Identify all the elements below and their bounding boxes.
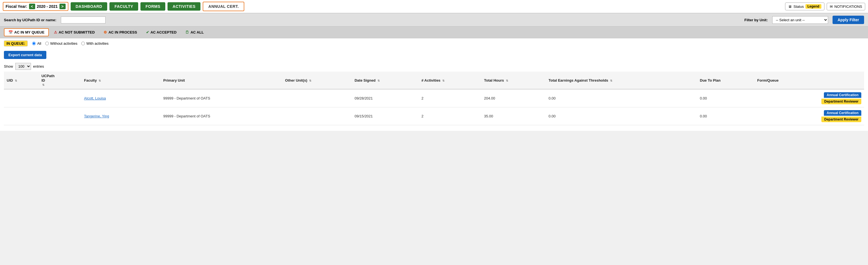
cell-total-earnings-1: 0.00 xyxy=(546,107,697,125)
table-row: Alcott, Louisa 99999 - Department of OAT… xyxy=(4,89,864,107)
cell-total-hours-1: 35.00 xyxy=(481,107,546,125)
cell-primary-unit-0: 99999 - Department of OATS xyxy=(160,89,282,107)
tab-ac-all-label: AC ALL xyxy=(190,30,204,34)
notifications-button[interactable]: ✉ NOTIFICATIONS xyxy=(827,3,865,10)
fiscal-year-range: 2020 - 2021 xyxy=(37,4,58,9)
warning-icon: ⚠ xyxy=(54,30,57,34)
radio-group: All Without activities With activities xyxy=(32,42,108,46)
filter-bar: Search by UCPath ID or name: Filter by U… xyxy=(0,14,868,27)
cell-faculty-1[interactable]: Tangerine, Ying xyxy=(81,107,160,125)
col-form-queue: Form/Queue xyxy=(754,72,864,89)
cell-date-signed-0: 09/28/2021 xyxy=(352,89,418,107)
queue-filter-row: IN QUEUE: All Without activities With ac… xyxy=(0,38,868,49)
nav-faculty[interactable]: FACULTY xyxy=(110,2,138,10)
filter-unit-label: Filter by Unit: xyxy=(744,18,768,22)
tab-ac-in-my-queue-label: AC IN MY QUEUE xyxy=(14,30,44,34)
tab-ac-in-process[interactable]: ⚙ AC IN PROCESS xyxy=(100,29,141,36)
table-body: Alcott, Louisa 99999 - Department of OAT… xyxy=(4,89,864,125)
table-row: Tangerine, Ying 99999 - Department of OA… xyxy=(4,107,864,125)
cell-faculty-0[interactable]: Alcott, Louisa xyxy=(81,89,160,107)
cell-num-activities-1: 2 xyxy=(418,107,481,125)
export-button[interactable]: Export current data xyxy=(4,51,46,59)
radio-without-label: Without activities xyxy=(50,42,78,46)
col-due-to-plan: Due To Plan xyxy=(697,72,754,89)
tab-ac-accepted[interactable]: ✔ AC ACCEPTED xyxy=(142,29,180,36)
search-input[interactable] xyxy=(61,17,105,24)
cell-primary-unit-1: 99999 - Department of OATS xyxy=(160,107,282,125)
cell-num-activities-0: 2 xyxy=(418,89,481,107)
entries-select[interactable]: 10 25 50 100 xyxy=(16,63,31,70)
tab-ac-accepted-label: AC ACCEPTED xyxy=(151,30,177,34)
settings-icon: ⚙ xyxy=(103,30,107,34)
sort-icon-uid[interactable]: ⇅ xyxy=(15,79,17,82)
nav-activities[interactable]: ACTIVITIES xyxy=(167,2,200,10)
check-icon: ✔ xyxy=(146,30,149,34)
cell-date-signed-1: 09/15/2021 xyxy=(352,107,418,125)
nav-dashboard[interactable]: DASHBOARD xyxy=(71,2,107,10)
cell-due-to-plan-1: 0.00 xyxy=(697,107,754,125)
cell-uid-0 xyxy=(4,89,38,107)
tab-ac-not-submitted-label: AC NOT SUBMITTED xyxy=(59,30,95,34)
status-label: Status xyxy=(794,4,804,9)
form-top-label-1[interactable]: Annual Certification xyxy=(824,110,861,116)
radio-with[interactable]: With activities xyxy=(81,42,108,46)
fiscal-year-box: Fiscal Year: < 2020 - 2021 > xyxy=(3,2,68,11)
notifications-label: NOTIFICATIONS xyxy=(835,4,862,9)
radio-all-input[interactable] xyxy=(32,42,36,45)
radio-without-input[interactable] xyxy=(45,42,49,45)
tab-ac-not-submitted[interactable]: ⚠ AC NOT SUBMITTED xyxy=(50,29,98,36)
radio-all[interactable]: All xyxy=(32,42,41,46)
nav-annual-cert[interactable]: ANNUAL CERT. xyxy=(203,2,244,11)
cell-total-hours-0: 204.00 xyxy=(481,89,546,107)
sort-icon-other[interactable]: ⇅ xyxy=(309,79,311,82)
export-row: Export current data xyxy=(0,49,868,61)
nav-forms[interactable]: FORMS xyxy=(141,2,165,10)
col-total-earnings: Total Earnings Against Thresholds ⇅ xyxy=(546,72,697,89)
legend-badge: Legend xyxy=(805,4,822,9)
radio-with-label: With activities xyxy=(86,42,108,46)
col-num-activities: # Activities ⇅ xyxy=(418,72,481,89)
radio-with-input[interactable] xyxy=(81,42,85,45)
cell-form-queue-0: Annual Certification Department Reviewer xyxy=(754,89,864,107)
top-nav: Fiscal Year: < 2020 - 2021 > DASHBOARD F… xyxy=(0,0,868,14)
tab-ac-in-my-queue[interactable]: 📅 AC IN MY QUEUE xyxy=(4,28,49,36)
cell-other-units-0 xyxy=(282,89,352,107)
form-bottom-badge-1[interactable]: Department Reviewer xyxy=(822,116,861,122)
col-total-hours: Total Hours ⇅ xyxy=(481,72,546,89)
cell-uid-1 xyxy=(4,107,38,125)
show-label: Show xyxy=(4,64,13,69)
sort-icon-date[interactable]: ⇅ xyxy=(377,79,380,82)
fiscal-year-prev-btn[interactable]: < xyxy=(29,4,35,9)
sort-icon-activities[interactable]: ⇅ xyxy=(442,79,444,82)
tab-ac-in-process-label: AC IN PROCESS xyxy=(108,30,137,34)
cell-ucpath-0 xyxy=(38,89,81,107)
cell-other-units-1 xyxy=(282,107,352,125)
list-icon: 🗒 xyxy=(185,30,189,34)
sort-icon-faculty[interactable]: ⇅ xyxy=(98,79,101,82)
fiscal-year-label: Fiscal Year: xyxy=(6,4,27,9)
status-button[interactable]: 🖥 Status Legend xyxy=(785,2,825,10)
form-top-label-0[interactable]: Annual Certification xyxy=(824,92,861,98)
unit-select[interactable]: -- Select an unit -- xyxy=(772,16,828,24)
sort-icon-earnings[interactable]: ⇅ xyxy=(610,79,612,82)
sort-icon-ucpath[interactable]: ⇅ xyxy=(42,83,44,86)
tab-ac-all[interactable]: 🗒 AC ALL xyxy=(182,29,208,36)
main-table: UID ⇅ UCPath ID ⇅ Faculty ⇅ Primary Unit xyxy=(4,72,864,125)
col-uid: UID ⇅ xyxy=(4,72,38,89)
cell-due-to-plan-0: 0.00 xyxy=(697,89,754,107)
table-header-row: UID ⇅ UCPath ID ⇅ Faculty ⇅ Primary Unit xyxy=(4,72,864,89)
search-label: Search by UCPath ID or name: xyxy=(4,18,56,22)
fiscal-year-next-btn[interactable]: > xyxy=(59,4,66,9)
tabs-bar: 📅 AC IN MY QUEUE ⚠ AC NOT SUBMITTED ⚙ AC… xyxy=(0,27,868,38)
cell-form-queue-1: Annual Certification Department Reviewer xyxy=(754,107,864,125)
monitor-icon: 🖥 xyxy=(788,4,792,9)
col-ucpath: UCPath ID ⇅ xyxy=(38,72,81,89)
radio-without[interactable]: Without activities xyxy=(45,42,78,46)
col-faculty: Faculty ⇅ xyxy=(81,72,160,89)
in-queue-badge: IN QUEUE: xyxy=(4,41,28,46)
form-bottom-badge-0[interactable]: Department Reviewer xyxy=(822,99,861,104)
col-primary-unit: Primary Unit xyxy=(160,72,282,89)
entries-label: entries xyxy=(33,64,44,69)
sort-icon-hours[interactable]: ⇅ xyxy=(506,79,508,82)
apply-filter-button[interactable]: Apply Filter xyxy=(833,16,864,24)
